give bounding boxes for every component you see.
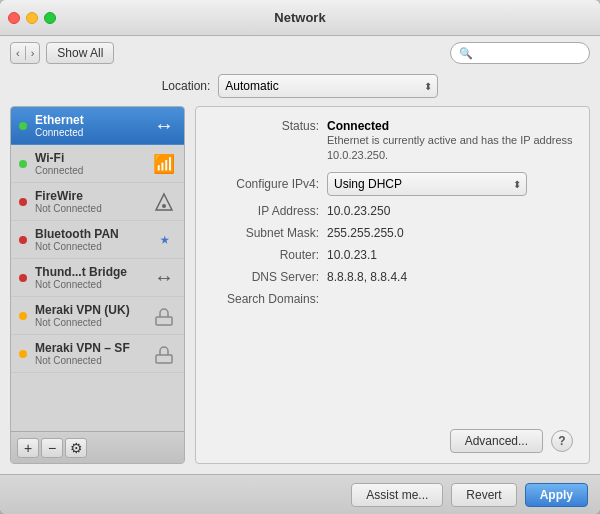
vpn-sf-icon (152, 342, 176, 366)
sidebar-item-name-firewire: FireWire (35, 189, 144, 203)
bluetooth-icon: ⭒ (152, 228, 176, 252)
sidebar-item-name-wifi: Wi-Fi (35, 151, 144, 165)
configure-select-wrapper: Using DHCP Manually Using BootP Off ⬍ (327, 172, 527, 196)
minimize-button[interactable] (26, 12, 38, 24)
status-dot-meraki-uk (19, 312, 27, 320)
sidebar-item-text-wifi: Wi-Fi Connected (35, 151, 144, 176)
search-domains-label: Search Domains: (212, 292, 327, 306)
subnet-value: 255.255.255.0 (327, 226, 404, 240)
location-select[interactable]: Automatic Edit Locations... (218, 74, 438, 98)
sidebar-item-text-bluetooth: Bluetooth PAN Not Connected (35, 227, 144, 252)
detail-footer: Advanced... ? (212, 429, 573, 453)
sidebar-item-status-wifi: Connected (35, 165, 144, 176)
status-dot-firewire (19, 198, 27, 206)
location-label: Location: (162, 79, 211, 93)
status-sub: Ethernet is currently active and has the… (327, 133, 573, 164)
status-row: Status: Connected Ethernet is currently … (212, 119, 573, 164)
search-box[interactable]: 🔍 (450, 42, 590, 64)
dns-row: DNS Server: 8.8.8.8, 8.8.4.4 (212, 270, 573, 284)
titlebar: Network (0, 0, 600, 36)
dns-value: 8.8.8.8, 8.8.4.4 (327, 270, 407, 284)
sidebar-item-name-bluetooth: Bluetooth PAN (35, 227, 144, 241)
subnet-label: Subnet Mask: (212, 226, 327, 240)
configure-row: Configure IPv4: Using DHCP Manually Usin… (212, 172, 573, 196)
search-input[interactable] (477, 46, 581, 60)
location-select-wrapper: Automatic Edit Locations... ⬍ (218, 74, 438, 98)
assist-button[interactable]: Assist me... (351, 483, 443, 507)
sidebar-item-text-thunderbolt: Thund...t Bridge Not Connected (35, 265, 144, 290)
sidebar-item-name-thunderbolt: Thund...t Bridge (35, 265, 144, 279)
window-title: Network (274, 10, 325, 25)
search-icon: 🔍 (459, 47, 473, 60)
back-forward-nav[interactable]: ‹ › (10, 42, 40, 64)
status-value: Connected (327, 119, 573, 133)
revert-button[interactable]: Revert (451, 483, 516, 507)
maximize-button[interactable] (44, 12, 56, 24)
forward-icon[interactable]: › (26, 47, 40, 59)
back-icon[interactable]: ‹ (11, 47, 25, 59)
sidebar-item-status-meraki-sf: Not Connected (35, 355, 144, 366)
vpn-uk-icon (152, 304, 176, 328)
subnet-row: Subnet Mask: 255.255.255.0 (212, 226, 573, 240)
wifi-icon: 📶 (152, 152, 176, 176)
status-dot-bluetooth (19, 236, 27, 244)
sidebar-list: Ethernet Connected ↔ Wi-Fi Connected 📶 (11, 107, 184, 431)
network-window: Network ‹ › Show All 🔍 Location: Automat… (0, 0, 600, 514)
status-block: Connected Ethernet is currently active a… (327, 119, 573, 164)
sidebar-item-bluetooth[interactable]: Bluetooth PAN Not Connected ⭒ (11, 221, 184, 259)
status-dot-wifi (19, 160, 27, 168)
sidebar-item-status-ethernet: Connected (35, 127, 144, 138)
ip-value: 10.0.23.250 (327, 204, 390, 218)
sidebar-item-wifi[interactable]: Wi-Fi Connected 📶 (11, 145, 184, 183)
sidebar-item-text-meraki-sf: Meraki VPN – SF Not Connected (35, 341, 144, 366)
traffic-lights (8, 12, 56, 24)
sidebar-item-thunderbolt[interactable]: Thund...t Bridge Not Connected ↔ (11, 259, 184, 297)
svg-rect-2 (156, 317, 172, 325)
status-dot-thunderbolt (19, 274, 27, 282)
status-dot-ethernet (19, 122, 27, 130)
sidebar-item-name-meraki-uk: Meraki VPN (UK) (35, 303, 144, 317)
help-button[interactable]: ? (551, 430, 573, 452)
detail-panel: Status: Connected Ethernet is currently … (195, 106, 590, 464)
add-network-button[interactable]: + (17, 438, 39, 458)
sidebar-item-meraki-uk[interactable]: Meraki VPN (UK) Not Connected (11, 297, 184, 335)
window-footer: Assist me... Revert Apply (0, 474, 600, 514)
router-value: 10.0.23.1 (327, 248, 377, 262)
remove-network-button[interactable]: − (41, 438, 63, 458)
ethernet-icon: ↔ (152, 114, 176, 138)
show-all-button[interactable]: Show All (46, 42, 114, 64)
toolbar: ‹ › Show All 🔍 (0, 36, 600, 70)
sidebar-item-meraki-sf[interactable]: Meraki VPN – SF Not Connected (11, 335, 184, 373)
sidebar-item-text-meraki-uk: Meraki VPN (UK) Not Connected (35, 303, 144, 328)
thunderbolt-icon: ↔ (152, 266, 176, 290)
detail-spacer (212, 314, 573, 429)
firewire-icon (152, 190, 176, 214)
sidebar-item-status-bluetooth: Not Connected (35, 241, 144, 252)
close-button[interactable] (8, 12, 20, 24)
sidebar-item-name-ethernet: Ethernet (35, 113, 144, 127)
sidebar-item-status-thunderbolt: Not Connected (35, 279, 144, 290)
router-label: Router: (212, 248, 327, 262)
dns-label: DNS Server: (212, 270, 327, 284)
advanced-button[interactable]: Advanced... (450, 429, 543, 453)
svg-rect-3 (156, 355, 172, 363)
sidebar: Ethernet Connected ↔ Wi-Fi Connected 📶 (10, 106, 185, 464)
location-bar: Location: Automatic Edit Locations... ⬍ (0, 70, 600, 106)
status-dot-meraki-sf (19, 350, 27, 358)
configure-label: Configure IPv4: (212, 177, 327, 191)
status-label: Status: (212, 119, 327, 133)
sidebar-item-text-ethernet: Ethernet Connected (35, 113, 144, 138)
sidebar-item-status-meraki-uk: Not Connected (35, 317, 144, 328)
sidebar-item-name-meraki-sf: Meraki VPN – SF (35, 341, 144, 355)
gear-button[interactable]: ⚙ (65, 438, 87, 458)
sidebar-item-status-firewire: Not Connected (35, 203, 144, 214)
sidebar-item-ethernet[interactable]: Ethernet Connected ↔ (11, 107, 184, 145)
main-content: Ethernet Connected ↔ Wi-Fi Connected 📶 (0, 106, 600, 474)
svg-point-1 (162, 204, 166, 208)
sidebar-item-firewire[interactable]: FireWire Not Connected (11, 183, 184, 221)
apply-button[interactable]: Apply (525, 483, 588, 507)
router-row: Router: 10.0.23.1 (212, 248, 573, 262)
configure-select[interactable]: Using DHCP Manually Using BootP Off (327, 172, 527, 196)
ip-row: IP Address: 10.0.23.250 (212, 204, 573, 218)
ip-label: IP Address: (212, 204, 327, 218)
